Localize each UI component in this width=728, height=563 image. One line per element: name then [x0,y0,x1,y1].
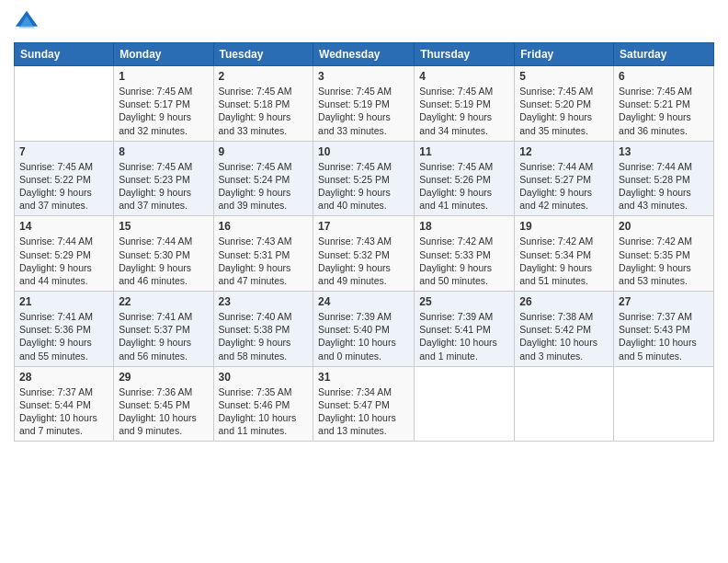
calendar-cell: 6Sunrise: 7:45 AMSunset: 5:21 PMDaylight… [614,66,714,142]
cell-details: Sunrise: 7:45 AMSunset: 5:22 PMDaylight:… [19,160,108,213]
column-header-wednesday: Wednesday [313,43,415,66]
calendar-cell: 28Sunrise: 7:37 AMSunset: 5:44 PMDayligh… [15,366,114,442]
day-number: 10 [318,145,409,158]
column-header-sunday: Sunday [15,43,114,66]
calendar-cell: 7Sunrise: 7:45 AMSunset: 5:22 PMDaylight… [15,141,114,216]
calendar-cell: 16Sunrise: 7:43 AMSunset: 5:31 PMDayligh… [213,216,313,292]
cell-details: Sunrise: 7:37 AMSunset: 5:43 PMDaylight:… [619,310,709,362]
calendar-cell: 19Sunrise: 7:42 AMSunset: 5:34 PMDayligh… [515,216,614,292]
cell-details: Sunrise: 7:44 AMSunset: 5:29 PMDaylight:… [19,235,108,287]
cell-details: Sunrise: 7:45 AMSunset: 5:21 PMDaylight:… [619,85,709,137]
day-number: 3 [318,70,409,83]
calendar-cell: 18Sunrise: 7:42 AMSunset: 5:33 PMDayligh… [415,216,515,292]
cell-details: Sunrise: 7:45 AMSunset: 5:19 PMDaylight:… [419,85,509,137]
day-number: 30 [219,371,309,384]
week-row-2: 7Sunrise: 7:45 AMSunset: 5:22 PMDaylight… [15,141,714,216]
week-row-3: 14Sunrise: 7:44 AMSunset: 5:29 PMDayligh… [15,216,714,292]
day-number: 11 [419,145,509,158]
column-header-thursday: Thursday [415,43,515,66]
day-number: 7 [19,145,108,158]
day-number: 18 [419,220,509,233]
day-number: 19 [519,220,609,233]
calendar-table: SundayMondayTuesdayWednesdayThursdayFrid… [14,42,714,442]
cell-details: Sunrise: 7:45 AMSunset: 5:18 PMDaylight:… [219,85,309,137]
calendar-cell: 11Sunrise: 7:45 AMSunset: 5:26 PMDayligh… [415,141,515,216]
day-number: 4 [419,70,509,83]
cell-details: Sunrise: 7:45 AMSunset: 5:23 PMDaylight:… [119,160,208,213]
day-number: 24 [318,295,409,308]
day-number: 29 [119,371,208,384]
calendar-cell: 8Sunrise: 7:45 AMSunset: 5:23 PMDaylight… [114,141,213,216]
cell-details: Sunrise: 7:41 AMSunset: 5:37 PMDaylight:… [119,310,208,362]
day-number: 23 [219,295,309,308]
day-number: 6 [619,70,709,83]
day-number: 5 [519,70,609,83]
cell-details: Sunrise: 7:40 AMSunset: 5:38 PMDaylight:… [219,310,309,362]
calendar-cell: 23Sunrise: 7:40 AMSunset: 5:38 PMDayligh… [213,292,313,367]
day-number: 8 [119,145,208,158]
calendar-cell: 15Sunrise: 7:44 AMSunset: 5:30 PMDayligh… [114,216,213,292]
cell-details: Sunrise: 7:45 AMSunset: 5:20 PMDaylight:… [519,85,609,137]
cell-details: Sunrise: 7:41 AMSunset: 5:36 PMDaylight:… [19,310,108,362]
day-number: 2 [219,70,309,83]
calendar-cell: 2Sunrise: 7:45 AMSunset: 5:18 PMDaylight… [213,66,313,142]
calendar-cell: 9Sunrise: 7:45 AMSunset: 5:24 PMDaylight… [213,141,313,216]
day-number: 26 [519,295,609,308]
cell-details: Sunrise: 7:39 AMSunset: 5:41 PMDaylight:… [419,310,509,362]
cell-details: Sunrise: 7:42 AMSunset: 5:33 PMDaylight:… [419,235,509,287]
calendar-cell: 29Sunrise: 7:36 AMSunset: 5:45 PMDayligh… [114,366,213,442]
cell-details: Sunrise: 7:37 AMSunset: 5:44 PMDaylight:… [19,385,108,438]
calendar-cell: 22Sunrise: 7:41 AMSunset: 5:37 PMDayligh… [114,292,213,367]
day-number: 31 [318,371,409,384]
day-number: 15 [119,220,208,233]
cell-details: Sunrise: 7:35 AMSunset: 5:46 PMDaylight:… [219,385,309,438]
day-number: 14 [19,220,108,233]
calendar-cell: 12Sunrise: 7:44 AMSunset: 5:27 PMDayligh… [515,141,614,216]
day-number: 12 [519,145,609,158]
calendar-cell [415,366,515,442]
calendar-cell: 24Sunrise: 7:39 AMSunset: 5:40 PMDayligh… [313,292,415,367]
day-number: 28 [19,371,108,384]
cell-details: Sunrise: 7:39 AMSunset: 5:40 PMDaylight:… [318,310,409,362]
cell-details: Sunrise: 7:44 AMSunset: 5:27 PMDaylight:… [519,160,609,213]
logo-icon [14,9,40,35]
week-row-5: 28Sunrise: 7:37 AMSunset: 5:44 PMDayligh… [15,366,714,442]
cell-details: Sunrise: 7:45 AMSunset: 5:26 PMDaylight:… [419,160,509,213]
cell-details: Sunrise: 7:45 AMSunset: 5:17 PMDaylight:… [119,85,208,137]
calendar-cell [614,366,714,442]
calendar-cell: 26Sunrise: 7:38 AMSunset: 5:42 PMDayligh… [515,292,614,367]
calendar-cell: 21Sunrise: 7:41 AMSunset: 5:36 PMDayligh… [15,292,114,367]
column-header-friday: Friday [515,43,614,66]
calendar-cell: 5Sunrise: 7:45 AMSunset: 5:20 PMDaylight… [515,66,614,142]
calendar-cell: 14Sunrise: 7:44 AMSunset: 5:29 PMDayligh… [15,216,114,292]
week-row-4: 21Sunrise: 7:41 AMSunset: 5:36 PMDayligh… [15,292,714,367]
cell-details: Sunrise: 7:43 AMSunset: 5:31 PMDaylight:… [219,235,309,287]
calendar-cell: 20Sunrise: 7:42 AMSunset: 5:35 PMDayligh… [614,216,714,292]
calendar-cell: 13Sunrise: 7:44 AMSunset: 5:28 PMDayligh… [614,141,714,216]
column-header-saturday: Saturday [614,43,714,66]
calendar-cell: 3Sunrise: 7:45 AMSunset: 5:19 PMDaylight… [313,66,415,142]
day-number: 22 [119,295,208,308]
column-header-monday: Monday [114,43,213,66]
day-number: 17 [318,220,409,233]
header [14,9,714,35]
calendar-cell: 4Sunrise: 7:45 AMSunset: 5:19 PMDaylight… [415,66,515,142]
calendar-cell: 31Sunrise: 7:34 AMSunset: 5:47 PMDayligh… [313,366,415,442]
day-number: 20 [619,220,709,233]
calendar-cell: 1Sunrise: 7:45 AMSunset: 5:17 PMDaylight… [114,66,213,142]
page: SundayMondayTuesdayWednesdayThursdayFrid… [0,0,728,563]
day-number: 9 [219,145,309,158]
cell-details: Sunrise: 7:45 AMSunset: 5:25 PMDaylight:… [318,160,409,213]
header-row: SundayMondayTuesdayWednesdayThursdayFrid… [15,43,714,66]
day-number: 21 [19,295,108,308]
calendar-cell: 30Sunrise: 7:35 AMSunset: 5:46 PMDayligh… [213,366,313,442]
cell-details: Sunrise: 7:42 AMSunset: 5:35 PMDaylight:… [619,235,709,287]
day-number: 27 [619,295,709,308]
calendar-cell [515,366,614,442]
day-number: 25 [419,295,509,308]
day-number: 1 [119,70,208,83]
cell-details: Sunrise: 7:42 AMSunset: 5:34 PMDaylight:… [519,235,609,287]
cell-details: Sunrise: 7:44 AMSunset: 5:28 PMDaylight:… [619,160,709,213]
day-number: 13 [619,145,709,158]
cell-details: Sunrise: 7:45 AMSunset: 5:24 PMDaylight:… [219,160,309,213]
